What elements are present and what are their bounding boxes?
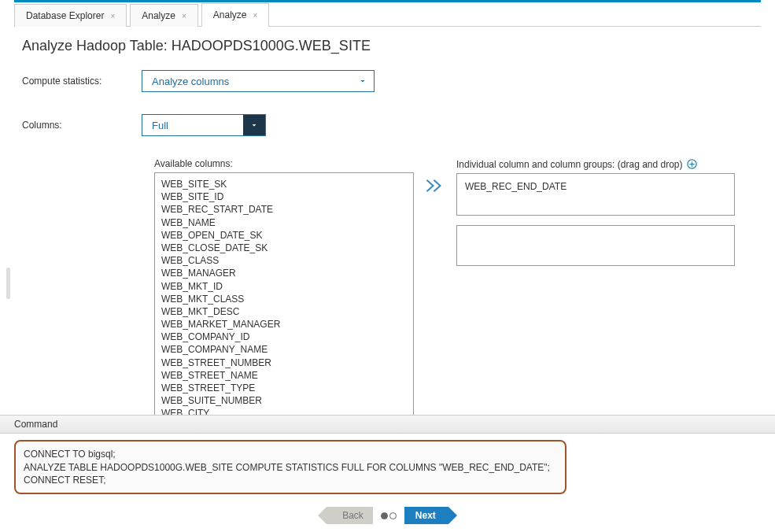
tab-label: Analyze bbox=[213, 9, 247, 20]
step-pager bbox=[381, 512, 397, 519]
page-title: Analyze Hadoop Table: HADOOPDS1000G.WEB_… bbox=[22, 38, 753, 54]
list-item[interactable]: WEB_STREET_TYPE bbox=[161, 382, 407, 394]
list-item[interactable]: WEB_COMPANY_NAME bbox=[161, 343, 407, 356]
step-dot bbox=[389, 512, 397, 519]
columns-label: Columns: bbox=[22, 120, 142, 131]
wizard-footer: Back Next bbox=[0, 504, 775, 527]
list-item[interactable]: WEB_MKT_DESC bbox=[161, 305, 407, 318]
selected-columns-listbox[interactable]: WEB_REC_END_DATE bbox=[456, 173, 735, 216]
close-icon[interactable]: × bbox=[182, 12, 186, 20]
list-item[interactable]: WEB_SUITE_NUMBER bbox=[161, 394, 407, 407]
scrollbar[interactable] bbox=[6, 268, 10, 299]
tabs-bar: Database Explorer×Analyze×Analyze× bbox=[14, 2, 761, 27]
compute-statistics-dropdown[interactable]: Analyze columns bbox=[142, 70, 375, 92]
list-item[interactable]: WEB_SITE_ID bbox=[161, 190, 407, 203]
target-label-text: Individual column and column groups: (dr… bbox=[456, 159, 683, 170]
command-line: ANALYZE TABLE HADOOPDS1000G.WEB_SITE COM… bbox=[24, 461, 557, 474]
list-item[interactable]: WEB_NAME bbox=[161, 216, 407, 229]
columns-mode-value: Full bbox=[142, 115, 243, 135]
command-preview: CONNECT TO bigsql;ANALYZE TABLE HADOOPDS… bbox=[14, 440, 566, 494]
close-icon[interactable]: × bbox=[110, 12, 115, 20]
list-item[interactable]: WEB_MARKET_MANAGER bbox=[161, 318, 407, 331]
add-group-icon[interactable] bbox=[686, 158, 698, 170]
list-item[interactable]: WEB_COMPANY_ID bbox=[161, 331, 407, 343]
transfer-right-icon[interactable] bbox=[425, 177, 445, 194]
list-item[interactable]: WEB_MKT_CLASS bbox=[161, 293, 407, 305]
list-item[interactable]: WEB_CLASS bbox=[161, 254, 407, 267]
command-header: Command bbox=[0, 415, 775, 434]
list-item[interactable]: WEB_STREET_NUMBER bbox=[161, 357, 407, 369]
list-item[interactable]: WEB_MANAGER bbox=[161, 267, 407, 279]
list-item[interactable]: WEB_MKT_ID bbox=[161, 280, 407, 293]
next-button[interactable]: Next bbox=[404, 507, 457, 524]
column-group-listbox[interactable] bbox=[456, 225, 735, 266]
list-item[interactable]: WEB_STREET_NAME bbox=[161, 369, 407, 382]
list-item[interactable]: WEB_CLOSE_DATE_SK bbox=[161, 242, 407, 254]
compute-label: Compute statistics: bbox=[22, 76, 142, 87]
tab[interactable]: Analyze× bbox=[130, 4, 198, 27]
next-button-label: Next bbox=[404, 507, 448, 524]
back-button-label: Back bbox=[327, 507, 373, 524]
step-dot bbox=[381, 512, 388, 519]
tab[interactable]: Analyze× bbox=[201, 3, 270, 27]
command-line: CONNECT RESET; bbox=[24, 474, 557, 486]
list-item[interactable]: WEB_SITE_SK bbox=[161, 178, 407, 190]
tab-label: Database Explorer bbox=[26, 10, 104, 21]
tab[interactable]: Database Explorer× bbox=[14, 4, 127, 27]
available-columns-label: Available columns: bbox=[154, 158, 414, 169]
chevron-down-icon[interactable] bbox=[352, 71, 374, 91]
list-item[interactable]: WEB_REC_END_DATE bbox=[465, 180, 726, 193]
available-columns-listbox[interactable]: WEB_SITE_SKWEB_SITE_IDWEB_REC_START_DATE… bbox=[154, 172, 414, 430]
command-line: CONNECT TO bigsql; bbox=[24, 448, 557, 460]
back-button[interactable]: Back bbox=[318, 507, 373, 524]
columns-mode-dropdown[interactable]: Full bbox=[142, 114, 266, 136]
compute-statistics-value: Analyze columns bbox=[142, 71, 352, 91]
list-item[interactable]: WEB_OPEN_DATE_SK bbox=[161, 229, 407, 242]
chevron-down-icon[interactable] bbox=[243, 115, 265, 135]
close-icon[interactable]: × bbox=[253, 11, 257, 20]
tab-label: Analyze bbox=[142, 10, 175, 21]
target-columns-label: Individual column and column groups: (dr… bbox=[456, 158, 735, 170]
list-item[interactable]: WEB_REC_START_DATE bbox=[161, 203, 407, 216]
